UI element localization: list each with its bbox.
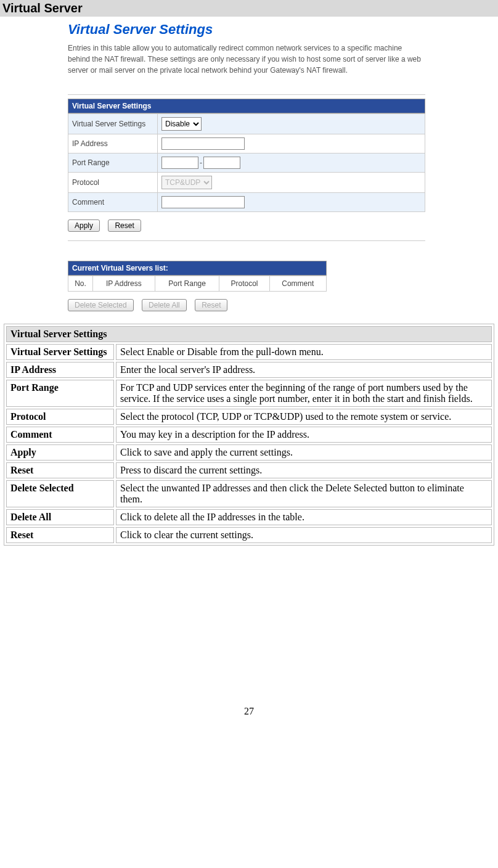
row-ip: IP Address — [68, 134, 425, 154]
divider — [68, 94, 425, 95]
label-vss: Virtual Server Settings — [68, 114, 158, 134]
definition-desc: For TCP and UDP services enter the begin… — [116, 380, 492, 407]
definitions-header: Virtual Server Settings — [6, 326, 492, 342]
page-heading: Virtual Server — [0, 0, 498, 17]
definitions-header-row: Virtual Server Settings — [6, 326, 492, 342]
comment-input[interactable] — [161, 196, 245, 208]
virtual-servers-list-table: No. IP Address Port Range Protocol Comme… — [68, 276, 327, 292]
port-start-input[interactable] — [161, 157, 198, 169]
row-comment: Comment — [68, 193, 425, 212]
page-number: 27 — [0, 706, 498, 723]
cell-proto-value: TCP&UDP — [158, 173, 425, 193]
row-proto: Protocol TCP&UDP — [68, 173, 425, 193]
definition-desc: Click to clear the current settings. — [116, 527, 492, 543]
divider — [68, 240, 425, 241]
definition-desc: Click to delete all the IP addresses in … — [116, 509, 492, 525]
definitions-row: Delete SelectedSelect the unwanted IP ad… — [6, 480, 492, 507]
virtual-server-select[interactable]: Disable — [161, 117, 202, 131]
definition-desc: Select the protocol (TCP, UDP or TCP&UDP… — [116, 409, 492, 425]
label-ip: IP Address — [68, 134, 158, 154]
definition-term: IP Address — [6, 362, 114, 378]
list-header-row: No. IP Address Port Range Protocol Comme… — [68, 276, 327, 292]
row-vss: Virtual Server Settings Disable — [68, 114, 425, 134]
definitions-row: ResetClick to clear the current settings… — [6, 527, 492, 543]
label-proto: Protocol — [68, 173, 158, 193]
ip-address-input[interactable] — [161, 137, 245, 150]
definitions-row: CommentYou may key in a description for … — [6, 427, 492, 443]
definitions-row: ProtocolSelect the protocol (TCP, UDP or… — [6, 409, 492, 425]
settings-button-row: Apply Reset — [68, 219, 425, 232]
definition-term: Reset — [6, 527, 114, 543]
port-dash: - — [200, 158, 202, 167]
row-port: Port Range - — [68, 154, 425, 173]
definition-desc: Select the unwanted IP addresses and the… — [116, 480, 492, 507]
definition-term: Port Range — [6, 380, 114, 407]
cell-comment-value — [158, 193, 425, 212]
definitions-row: Port RangeFor TCP and UDP services enter… — [6, 380, 492, 407]
definition-term: Reset — [6, 462, 114, 478]
col-ip: IP Address — [93, 276, 155, 292]
label-comment: Comment — [68, 193, 158, 212]
definitions-row: ResetPress to discard the current settin… — [6, 462, 492, 478]
definitions-row: IP AddressEnter the local server's IP ad… — [6, 362, 492, 378]
cell-ip-value — [158, 134, 425, 154]
protocol-select[interactable]: TCP&UDP — [161, 176, 212, 189]
definition-desc: Select Enable or Disable from the pull-d… — [116, 344, 492, 360]
definition-desc: Enter the local server's IP address. — [116, 362, 492, 378]
definition-term: Apply — [6, 444, 114, 461]
delete-all-button[interactable]: Delete All — [142, 299, 187, 311]
definition-term: Virtual Server Settings — [6, 344, 114, 360]
apply-button[interactable]: Apply — [68, 219, 100, 232]
delete-selected-button[interactable]: Delete Selected — [68, 299, 134, 311]
definition-desc: You may key in a description for the IP … — [116, 427, 492, 443]
definitions-row: Virtual Server SettingsSelect Enable or … — [6, 344, 492, 360]
col-proto: Protocol — [219, 276, 269, 292]
definition-desc: Click to save and apply the current sett… — [116, 444, 492, 461]
definition-term: Delete Selected — [6, 480, 114, 507]
col-port: Port Range — [155, 276, 219, 292]
port-end-input[interactable] — [203, 157, 240, 169]
label-port: Port Range — [68, 154, 158, 173]
definitions-row: Delete AllClick to delete all the IP add… — [6, 509, 492, 525]
list-section-header: Current Virtual Servers list: — [68, 261, 327, 276]
list-button-row: Delete Selected Delete All Reset — [68, 299, 425, 311]
col-comment: Comment — [269, 276, 326, 292]
settings-form-table: Virtual Server Settings Disable IP Addre… — [68, 113, 425, 212]
list-reset-button[interactable]: Reset — [195, 299, 227, 311]
definitions-row: ApplyClick to save and apply the current… — [6, 444, 492, 461]
definition-term: Delete All — [6, 509, 114, 525]
definition-term: Comment — [6, 427, 114, 443]
router-page-description: Entries in this table allow you to autom… — [68, 43, 425, 76]
definition-desc: Press to discard the current settings. — [116, 462, 492, 478]
definitions-table: Virtual Server Settings Virtual Server S… — [4, 324, 494, 546]
router-page-title: Virtual Server Settings — [68, 22, 425, 38]
definitions-table-wrapper: Virtual Server Settings Virtual Server S… — [0, 324, 498, 546]
definition-term: Protocol — [6, 409, 114, 425]
reset-button[interactable]: Reset — [108, 219, 141, 232]
cell-vss-value: Disable — [158, 114, 425, 134]
cell-port-value: - — [158, 154, 425, 173]
router-ui-screenshot: Virtual Server Settings Entries in this … — [68, 22, 425, 311]
col-no: No. — [68, 276, 93, 292]
settings-section-header: Virtual Server Settings — [68, 99, 425, 113]
